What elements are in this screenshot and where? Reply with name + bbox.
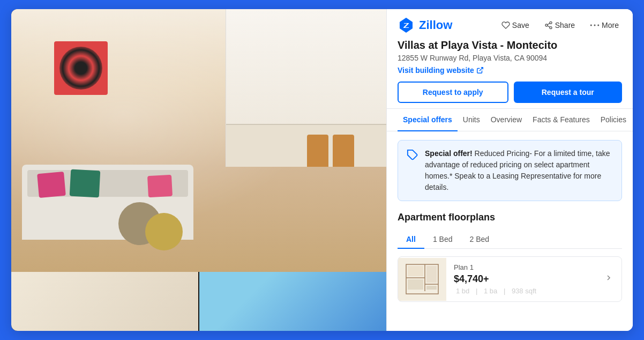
floorplan-chevron[interactable] (596, 274, 621, 285)
plan-name: Plan 1 (454, 263, 588, 271)
more-label: More (602, 21, 619, 29)
tabs-chevron[interactable] (632, 110, 633, 130)
zillow-logo: Zillow (398, 17, 452, 34)
main-photo[interactable] (11, 9, 386, 272)
floorplan-tabs: All 1 Bed 2 Bed (398, 231, 622, 249)
more-icon (590, 21, 600, 29)
svg-rect-17 (426, 286, 437, 290)
special-offer-box: Special offer! Reduced Pricing- For a li… (398, 140, 622, 201)
plan-price: $4,740+ (454, 274, 588, 285)
tab-units[interactable]: Units (458, 109, 485, 131)
svg-rect-16 (408, 279, 423, 290)
share-button[interactable]: Share (541, 19, 578, 32)
floorplan-svg (403, 262, 441, 297)
offer-text: Special offer! Reduced Pricing- For a li… (425, 148, 613, 193)
main-container: Zillow Save Share (11, 9, 633, 331)
tag-icon (407, 149, 418, 161)
tabs-bar: Special offers Units Overview Facts & Fe… (387, 109, 633, 131)
website-link-text: Visit building website (398, 66, 474, 75)
save-button[interactable]: Save (498, 19, 533, 32)
zillow-logo-text: Zillow (419, 18, 452, 32)
tab-overview[interactable]: Overview (485, 109, 527, 131)
svg-rect-15 (426, 266, 437, 283)
floorplan-row[interactable]: Plan 1 $4,740+ 1 bd | 1 ba | 938 sqft (398, 256, 622, 302)
share-label: Share (555, 21, 575, 29)
tab-special-offers[interactable]: Special offers (398, 109, 458, 131)
save-label: Save (512, 21, 529, 29)
svg-point-6 (594, 25, 596, 26)
photo-panel (11, 9, 386, 331)
tab-policies[interactable]: Policies (595, 109, 632, 131)
specs-divider-1: | (476, 287, 480, 295)
action-buttons: Request to apply Request a tour (398, 82, 622, 103)
right-panel: Zillow Save Share (387, 9, 633, 331)
website-link[interactable]: Visit building website (398, 66, 484, 75)
thumbnail-strip[interactable] (11, 272, 386, 331)
fp-tab-2bed[interactable]: 2 Bed (461, 231, 498, 249)
svg-point-7 (597, 25, 599, 26)
floorplan-thumbnail (398, 258, 446, 301)
apply-button[interactable]: Request to apply (398, 82, 508, 103)
header-actions: Save Share More (498, 19, 622, 32)
tab-facts-features[interactable]: Facts & Features (527, 109, 595, 131)
specs-divider-2: | (504, 287, 507, 295)
svg-point-0 (550, 21, 552, 24)
plan-baths: 1 ba (484, 287, 497, 295)
chevron-right-fp-icon (604, 274, 613, 282)
plan-specs: 1 bd | 1 ba | 938 sqft (454, 287, 588, 295)
svg-rect-14 (408, 266, 423, 276)
property-title: Villas at Playa Vista - Montecito (398, 39, 622, 51)
plan-sqft: 938 sqft (512, 287, 536, 295)
offer-bold: Special offer! (425, 149, 473, 158)
svg-point-1 (545, 24, 548, 26)
svg-point-5 (590, 25, 592, 26)
property-address: 12855 W Runway Rd, Playa Vista, CA 90094 (398, 54, 622, 62)
floorplan-details: Plan 1 $4,740+ 1 bd | 1 ba | 938 sqft (446, 257, 596, 301)
more-button[interactable]: More (587, 19, 622, 32)
svg-line-4 (547, 23, 550, 25)
heart-icon (501, 21, 510, 29)
floorplans-title: Apartment floorplans (398, 212, 622, 223)
share-icon (544, 21, 553, 29)
offer-icon (407, 149, 418, 163)
svg-point-2 (550, 27, 552, 29)
content-area[interactable]: Special offer! Reduced Pricing- For a li… (387, 131, 633, 331)
fp-tab-1bed[interactable]: 1 Bed (424, 231, 461, 249)
top-row: Zillow Save Share (398, 17, 622, 34)
zillow-logo-icon (398, 17, 415, 34)
external-link-icon (476, 66, 484, 74)
svg-line-3 (547, 26, 550, 27)
thumbnail-1[interactable] (11, 272, 198, 331)
header-bar: Zillow Save Share (387, 9, 633, 109)
fp-tab-all[interactable]: All (398, 231, 424, 249)
plan-beds: 1 bd (456, 287, 469, 295)
tour-button[interactable]: Request a tour (514, 82, 623, 103)
svg-line-8 (480, 68, 483, 71)
thumbnail-2[interactable] (199, 272, 386, 331)
